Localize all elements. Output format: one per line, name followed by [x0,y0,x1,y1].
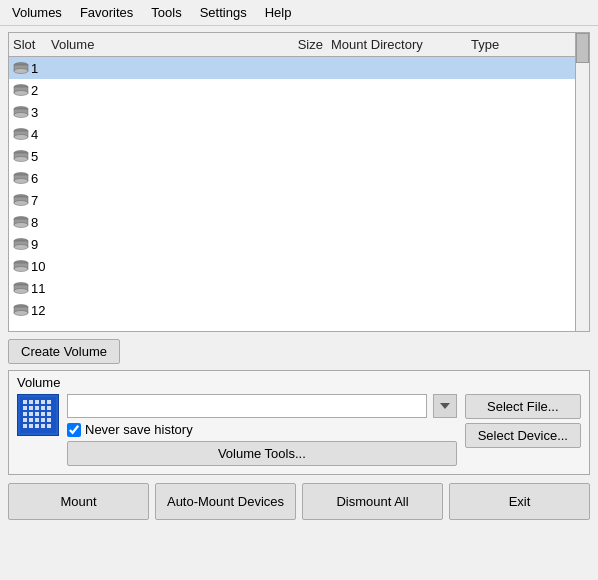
menu-settings[interactable]: Settings [192,3,255,22]
mount-dir-cell [327,67,467,69]
volume-buttons-column: Select File... Select Device... [465,394,581,448]
exit-button[interactable]: Exit [449,483,590,520]
menu-volumes[interactable]: Volumes [4,3,70,22]
svg-rect-42 [23,406,27,410]
menu-tools[interactable]: Tools [143,3,189,22]
table-row[interactable]: 10 [9,255,589,277]
volume-tools-button[interactable]: Volume Tools... [67,441,457,466]
type-cell [467,89,547,91]
disk-icon [13,106,29,118]
disk-icon [13,216,29,228]
scrollbar-thumb[interactable] [576,33,589,63]
volume-label: Volume [17,375,581,390]
svg-rect-56 [47,418,51,422]
auto-mount-button[interactable]: Auto-Mount Devices [155,483,296,520]
table-row[interactable]: 1 [9,57,589,79]
table-row[interactable]: 3 [9,101,589,123]
svg-point-26 [14,245,28,250]
svg-point-35 [14,311,28,316]
svg-point-23 [14,223,28,228]
slot-number: 10 [31,259,45,274]
slot-number: 7 [31,193,38,208]
svg-rect-39 [35,400,39,404]
col-volume: Volume [47,35,267,54]
checkbox-row: Never save history [67,422,457,437]
table-row[interactable]: 11 [9,277,589,299]
slot-number: 3 [31,105,38,120]
chevron-down-icon [440,403,450,409]
slot-cell: 2 [9,82,47,99]
menu-favorites[interactable]: Favorites [72,3,141,22]
slot-cell: 7 [9,192,47,209]
svg-rect-46 [47,406,51,410]
table-row[interactable]: 8 [9,211,589,233]
mount-button[interactable]: Mount [8,483,149,520]
slot-number: 5 [31,149,38,164]
svg-point-11 [14,135,28,140]
disk-icon [13,282,29,294]
never-save-checkbox[interactable] [67,423,81,437]
svg-point-17 [14,179,28,184]
slot-cell: 1 [9,60,47,77]
volume-table-container: Slot Volume Size Mount Directory Type 1 [8,32,590,332]
create-volume-button[interactable]: Create Volume [8,339,120,364]
never-save-label: Never save history [85,422,193,437]
table-row[interactable]: 2 [9,79,589,101]
slot-cell: 11 [9,280,47,297]
action-buttons-row: Mount Auto-Mount Devices Dismount All Ex… [8,483,590,520]
svg-rect-40 [41,400,45,404]
toolbar-row: Create Volume [8,338,590,364]
menu-help[interactable]: Help [257,3,300,22]
volume-tools-row: Volume Tools... [67,441,457,466]
disk-icon [13,128,29,140]
svg-rect-52 [23,418,27,422]
dismount-all-button[interactable]: Dismount All [302,483,443,520]
slot-cell: 5 [9,148,47,165]
svg-rect-43 [29,406,33,410]
svg-rect-60 [41,424,45,428]
svg-point-2 [14,69,28,74]
disk-icon [13,84,29,96]
svg-rect-59 [35,424,39,428]
disk-icon [13,238,29,250]
scrollbar[interactable] [575,33,589,331]
slot-cell: 12 [9,302,47,319]
slot-cell: 6 [9,170,47,187]
volume-input-row [67,394,457,418]
slot-cell: 9 [9,236,47,253]
table-row[interactable]: 5 [9,145,589,167]
svg-point-32 [14,289,28,294]
dropdown-arrow-button[interactable] [433,394,457,418]
slot-cell: 8 [9,214,47,231]
col-mount-dir: Mount Directory [327,35,467,54]
table-row[interactable]: 12 [9,299,589,321]
volume-cell [47,89,267,91]
table-row[interactable]: 4 [9,123,589,145]
volume-path-input[interactable] [67,394,427,418]
svg-point-8 [14,113,28,118]
slot-number: 2 [31,83,38,98]
bottom-section: Create Volume Volume [8,338,590,520]
mount-dir-cell [327,89,467,91]
svg-rect-45 [41,406,45,410]
size-cell [267,89,327,91]
volume-controls: Never save history Volume Tools... [67,394,457,466]
table-row[interactable]: 7 [9,189,589,211]
svg-rect-48 [29,412,33,416]
disk-icon [13,172,29,184]
slot-number: 4 [31,127,38,142]
disk-icon [13,194,29,206]
select-device-button[interactable]: Select Device... [465,423,581,448]
disk-icon [13,260,29,272]
svg-rect-47 [23,412,27,416]
table-row[interactable]: 6 [9,167,589,189]
svg-rect-41 [47,400,51,404]
col-slot: Slot [9,35,47,54]
select-file-button[interactable]: Select File... [465,394,581,419]
volume-icon-svg [20,397,56,433]
slot-number: 6 [31,171,38,186]
svg-rect-44 [35,406,39,410]
table-row[interactable]: 9 [9,233,589,255]
svg-rect-51 [47,412,51,416]
slot-number: 12 [31,303,45,318]
